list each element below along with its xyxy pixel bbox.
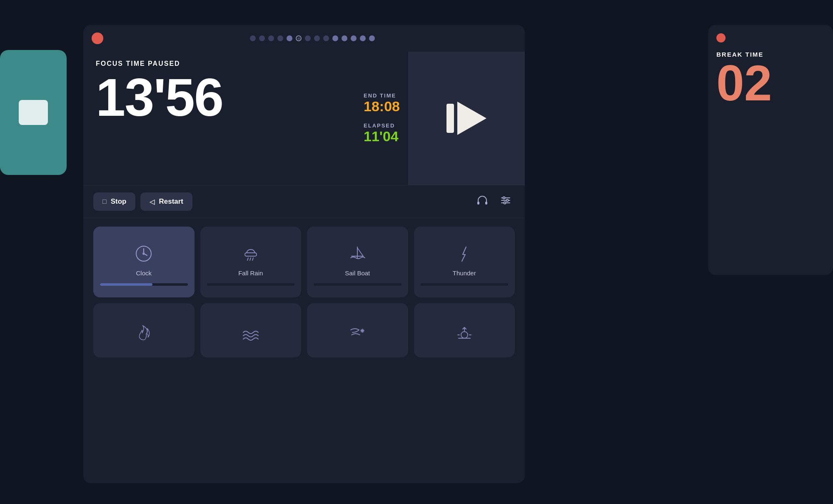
clock-icon (134, 244, 154, 264)
sound-tile-thunder[interactable]: Thunder (414, 227, 515, 297)
pause-bar-left (446, 104, 454, 133)
sound-tile-clock[interactable]: Clock (93, 227, 195, 297)
dot-5[interactable] (287, 35, 292, 41)
dot-4[interactable] (277, 35, 283, 41)
sound-tile-ocean[interactable] (200, 303, 302, 357)
play-pause-button[interactable] (441, 97, 491, 139)
sound-tile-sail-boat-label: Sail Boat (345, 269, 370, 277)
fall-rain-volume-bar (207, 283, 295, 286)
morning-icon (454, 323, 474, 343)
focus-status-label: FOCUS TIME PAUSED (96, 60, 347, 67)
dots-row: ⊘ (250, 35, 375, 41)
end-time-label: END TIME (364, 92, 400, 99)
stop-button[interactable]: □ Stop (93, 192, 135, 211)
dot-9[interactable] (323, 35, 329, 41)
dot-2[interactable] (259, 35, 265, 41)
fire-icon (134, 323, 154, 343)
restart-button[interactable]: ◁ Restart (140, 192, 192, 211)
main-window: ⊘ FOCUS TIME PAUSED 13'56 END TIME 18:08… (83, 25, 525, 483)
elapsed-value: 11'04 (364, 129, 400, 144)
dot-12[interactable] (351, 35, 357, 41)
fall-rain-volume-bar-container[interactable] (207, 283, 295, 291)
dot-11[interactable] (342, 35, 347, 41)
sail-boat-volume-bar-container[interactable] (314, 283, 402, 291)
sound-tile-sail-boat[interactable]: Sail Boat (307, 227, 408, 297)
sound-tile-fall-rain-label: Fall Rain (238, 269, 263, 277)
thunder-volume-bar (421, 283, 509, 286)
dot-13[interactable] (360, 35, 366, 41)
svg-point-20 (461, 332, 468, 338)
sound-tile-clock-label: Clock (136, 269, 152, 277)
sail-boat-volume-bar (314, 283, 402, 286)
clock-volume-bar-container[interactable] (100, 283, 188, 291)
end-time-block: END TIME 18:08 (364, 92, 400, 114)
break-timer-display: 02 (716, 58, 825, 108)
stop-label: Stop (111, 197, 127, 206)
left-card-inner (19, 100, 48, 125)
sound-tile-morning[interactable] (414, 303, 515, 357)
ocean-icon (241, 323, 261, 343)
thunder-volume-bar-container[interactable] (421, 283, 509, 291)
dot-14[interactable] (369, 35, 375, 41)
traffic-light-close[interactable] (92, 32, 103, 44)
title-bar: ⊘ (83, 25, 525, 52)
blizzard-icon (347, 323, 367, 343)
settings-button[interactable] (496, 191, 515, 212)
svg-line-14 (252, 258, 253, 260)
dot-3[interactable] (268, 35, 274, 41)
svg-point-11 (143, 253, 145, 254)
restart-label: Restart (159, 197, 183, 206)
play-area (408, 52, 525, 185)
elapsed-label: ELAPSED (364, 122, 400, 129)
sound-tile-thunder-label: Thunder (453, 269, 476, 277)
clock-volume-bar (100, 283, 188, 286)
dot-1[interactable] (250, 35, 256, 41)
dot-10[interactable] (332, 35, 338, 41)
clock-volume-fill (100, 283, 152, 286)
dot-skip-icon[interactable]: ⊘ (296, 35, 302, 41)
svg-point-5 (503, 197, 505, 199)
svg-line-12 (247, 258, 248, 260)
restart-icon: ◁ (150, 198, 155, 206)
dot-7[interactable] (305, 35, 311, 41)
svg-rect-1 (485, 202, 487, 205)
rain-icon (241, 244, 261, 264)
top-section: FOCUS TIME PAUSED 13'56 END TIME 18:08 E… (83, 52, 525, 185)
break-timer-card: BREAK TIME 02 (708, 25, 833, 275)
end-time-value: 18:08 (364, 99, 400, 114)
left-card (0, 50, 67, 175)
thunder-icon (454, 244, 474, 264)
sailboat-icon (347, 244, 367, 264)
timer-display: 13'56 (96, 71, 347, 124)
sound-grid: Clock Fall Rain (83, 218, 525, 366)
svg-rect-0 (477, 202, 479, 205)
svg-point-7 (504, 202, 506, 204)
sound-tile-fire[interactable] (93, 303, 195, 357)
svg-line-13 (250, 258, 251, 260)
headphones-button[interactable] (473, 191, 491, 212)
stop-icon: □ (102, 198, 107, 205)
sound-tile-fall-rain[interactable]: Fall Rain (200, 227, 302, 297)
sound-tile-blizzard[interactable] (307, 303, 408, 357)
play-icon (446, 102, 486, 135)
break-traffic-light (716, 33, 726, 42)
elapsed-block: ELAPSED 11'04 (364, 122, 400, 144)
controls-row: □ Stop ◁ Restart (83, 185, 525, 218)
time-info: END TIME 18:08 ELAPSED 11'04 (359, 52, 408, 185)
timer-area: FOCUS TIME PAUSED 13'56 (83, 52, 359, 185)
dot-8[interactable] (314, 35, 320, 41)
play-triangle (457, 102, 486, 135)
svg-point-6 (506, 200, 509, 202)
